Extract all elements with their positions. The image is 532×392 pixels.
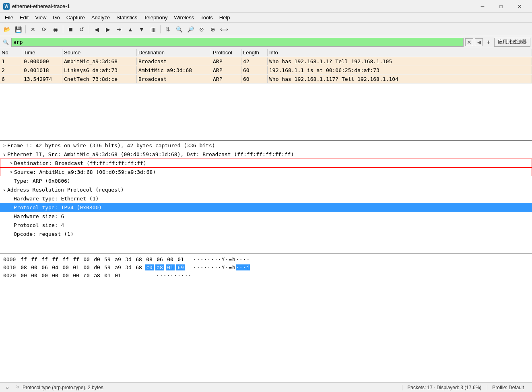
filter-input[interactable] <box>11 38 464 47</box>
expand-icon[interactable]: > <box>8 170 14 174</box>
zoom-100-toolbar-button[interactable]: ⊕ <box>208 24 218 35</box>
expand-icon[interactable]: > <box>2 143 7 148</box>
packet-cell-source: CnetTech_73:8d:ce <box>62 75 137 83</box>
maximize-button[interactable]: □ <box>492 0 510 13</box>
hex-byte: 01 <box>72 264 80 270</box>
hex-byte: 3d <box>124 264 133 270</box>
start-capture-toolbar-button[interactable]: ◉ <box>50 24 61 35</box>
packet-cell-info: Who has 192.168.1.117? Tell 192.168.1.10… <box>268 75 532 83</box>
detail-text: Protocol size: 4 <box>14 222 64 228</box>
menu-item-wireless[interactable]: Wireless <box>171 14 197 21</box>
detail-text: Opcode: request (1) <box>14 231 74 237</box>
menu-item-help[interactable]: Help <box>216 14 233 21</box>
hex-byte: a8 <box>155 264 164 270</box>
reload-toolbar-button[interactable]: ⟳ <box>39 24 49 35</box>
hex-byte: 00 <box>30 264 39 270</box>
autoscroll-toolbar-button[interactable]: ⇅ <box>163 24 173 35</box>
forward-toolbar-button[interactable]: ▶ <box>103 24 113 35</box>
packet-col-header-destination: Destination <box>137 49 211 56</box>
hex-ascii-char: · <box>188 272 192 279</box>
zoom-in-toolbar-button[interactable]: 🔍 <box>174 24 184 35</box>
filter-arrow-left[interactable]: ◀ <box>475 38 483 46</box>
menu-item-go[interactable]: Go <box>49 14 63 21</box>
ready-icon: ○ <box>3 384 11 392</box>
menu-item-capture[interactable]: Capture <box>63 14 88 21</box>
hex-byte: 00 <box>82 256 91 262</box>
close-cap-toolbar-button[interactable]: ✕ <box>28 24 38 35</box>
hex-pane[interactable]: 0000ffffffffffff00d059a93d6808060001····… <box>0 254 532 382</box>
table-row[interactable]: 20.001018LinksysG_da:af:73AmbitMic_a9:3d… <box>0 66 532 75</box>
filter-apply-button[interactable]: 应用此过滤器 <box>494 38 530 47</box>
list-item[interactable]: Opcode: request (1) <box>0 229 532 238</box>
zoom-fit-toolbar-button[interactable]: ⊙ <box>196 24 207 35</box>
hex-ascii-char: · <box>197 256 200 262</box>
open-toolbar-button[interactable]: 📂 <box>2 24 12 35</box>
detail-body[interactable]: >Frame 1: 42 bytes on wire (336 bits), 4… <box>0 141 532 253</box>
list-item[interactable]: ∨Ethernet II, Src: AmbitMic_a9:3d:68 (00… <box>0 150 532 159</box>
table-row[interactable]: 613.542974CnetTech_73:8d:ceBroadcastARP6… <box>0 75 532 84</box>
hex-bytes: 08000604000100d059a93d68c0a80169 <box>19 264 185 270</box>
hex-byte: a8 <box>93 272 101 279</box>
hex-ascii-char: · <box>174 272 177 279</box>
hex-ascii-char: h <box>232 264 236 270</box>
packet-cell-protocol: ARP <box>211 75 241 83</box>
table-row[interactable]: 10.000000AmbitMic_a9:3d:68BroadcastARP42… <box>0 57 532 66</box>
list-item[interactable]: >Source: AmbitMic_a9:3d:68 (00:d0:59:a9:… <box>0 167 532 176</box>
scroll-down-toolbar-button[interactable]: ▼ <box>136 24 147 35</box>
list-item[interactable]: Hardware size: 6 <box>0 212 532 221</box>
hex-bytes: 000000000000c0a80101 <box>19 272 148 279</box>
hex-offset: 0020 <box>3 272 19 279</box>
list-item[interactable]: Type: ARP (0x0806) <box>0 176 532 185</box>
menu-item-view[interactable]: View <box>32 14 49 21</box>
menu-item-edit[interactable]: Edit <box>16 14 32 21</box>
minimize-button[interactable]: ─ <box>473 0 492 13</box>
list-item[interactable]: Protocol type: IPv4 (0x0800) <box>0 203 532 212</box>
back-toolbar-button[interactable]: ◀ <box>91 24 102 35</box>
filter-clear-button[interactable]: ✕ <box>465 38 473 46</box>
hex-ascii-char: · <box>214 256 218 262</box>
list-item[interactable]: >Frame 1: 42 bytes on wire (336 bits), 4… <box>0 141 532 150</box>
packet-cell-time: 0.001018 <box>22 66 62 74</box>
hex-byte: 69 <box>176 264 185 270</box>
app-icon: W <box>3 3 10 10</box>
statusbar: ○ ⚐ Protocol type (arp.proto.type), 2 by… <box>0 382 532 392</box>
window-title: ethernet-ethereal-trace-1 <box>12 3 473 9</box>
menu-item-tools[interactable]: Tools <box>197 14 216 21</box>
resize-toolbar-button[interactable]: ⟺ <box>219 24 229 35</box>
hex-row: 0000ffffffffffff00d059a93d6808060001····… <box>0 255 532 263</box>
packet-cell-protocol: ARP <box>211 58 241 65</box>
menu-item-file[interactable]: File <box>2 14 16 21</box>
hex-ascii-char: · <box>197 264 200 270</box>
hex-byte: 59 <box>103 256 112 262</box>
hex-ascii-char: · <box>163 272 167 279</box>
expand-icon[interactable]: > <box>8 161 14 165</box>
filter-plus-button[interactable]: + <box>485 38 493 46</box>
hex-ascii-char: · <box>211 256 214 262</box>
menu-item-telephony[interactable]: Telephony <box>140 14 171 21</box>
colorize-toolbar-button[interactable]: ▥ <box>148 24 158 35</box>
packet-cell-destination: AmbitMic_a9:3d:68 <box>137 66 211 74</box>
jump-toolbar-button[interactable]: ⇥ <box>114 24 124 35</box>
packet-list-body[interactable]: 10.000000AmbitMic_a9:3d:68BroadcastARP42… <box>0 57 532 140</box>
list-item[interactable]: Hardware type: Ethernet (1) <box>0 194 532 203</box>
list-item[interactable]: >Destination: Broadcast (ff:ff:ff:ff:ff:… <box>0 159 532 167</box>
menu-item-analyze[interactable]: Analyze <box>88 14 113 21</box>
collapse-icon[interactable]: ∨ <box>2 152 7 157</box>
hex-byte: 01 <box>166 264 175 270</box>
restart-capture-toolbar-button[interactable]: ↺ <box>76 24 87 35</box>
list-item[interactable]: Protocol size: 4 <box>0 221 532 229</box>
scroll-up-toolbar-button[interactable]: ▲ <box>125 24 136 35</box>
zoom-out-toolbar-button[interactable]: 🔎 <box>185 24 196 35</box>
hex-ascii-char: = <box>229 256 232 262</box>
filterbar: 🔍 ✕ ◀ + 应用此过滤器 <box>0 36 532 48</box>
stop-capture-toolbar-button[interactable]: ⏹ <box>65 24 76 35</box>
packet-cell-no: 6 <box>0 75 22 83</box>
packet-col-header-info: Info <box>268 49 532 56</box>
hex-row: 001008000604000100d059a93d68c0a80169····… <box>0 263 532 271</box>
save-toolbar-button[interactable]: 💾 <box>13 24 23 35</box>
close-button[interactable]: ✕ <box>510 0 529 13</box>
menu-item-statistics[interactable]: Statistics <box>113 14 140 21</box>
list-item[interactable]: ∨Address Resolution Protocol (request) <box>0 185 532 194</box>
collapse-icon[interactable]: ∨ <box>2 188 7 192</box>
hex-ascii-char: · <box>185 272 188 279</box>
